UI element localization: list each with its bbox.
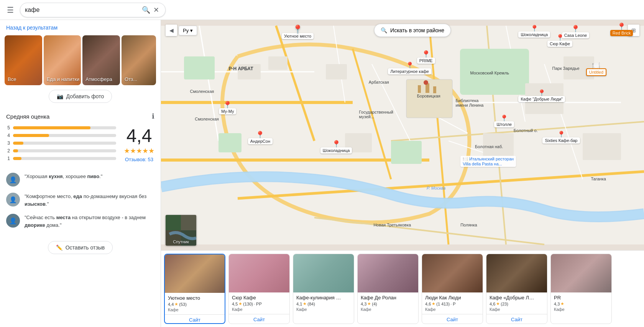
map-pin-shtoll[interactable]: 📍 Штолле xyxy=(494,114,514,127)
map-pin-redbrick[interactable]: 📍 Red Brick xyxy=(610,22,633,36)
place-meta-syr: 4,5 ★ (130) · РР xyxy=(232,301,286,306)
reviews-lkl: (1 413) xyxy=(436,302,450,306)
photo-thumb-atmosphere[interactable]: Атмосфера xyxy=(82,35,120,85)
search-button[interactable]: 🔍 xyxy=(140,4,152,16)
price-lkl: · Р xyxy=(450,302,455,306)
leave-review-button[interactable]: ✏️ Оставить отзыв xyxy=(48,241,113,254)
search-area-button[interactable]: 🔍 Искать в этом районе xyxy=(374,24,451,37)
map-area[interactable]: ◀ Ру ▾ 🔍 Искать в этом районе ⊞ 📍 xyxy=(161,20,644,250)
review-item-3: 👤 "Сейчас есть места на открытом воздухе… xyxy=(6,214,154,229)
place-card-syr[interactable]: Сюр Кафе 4,5 ★ (130) · РР Кафе Сайт xyxy=(228,254,290,324)
bar-track-3 xyxy=(13,142,116,145)
search-icon: 🔍 xyxy=(142,6,150,14)
star-icon-dobr2: ★ xyxy=(496,301,500,306)
pin-label-sixty: Sixties Кафе-бар xyxy=(542,137,580,144)
site-link-uyt[interactable]: Сайт xyxy=(189,317,200,323)
svg-rect-37 xyxy=(166,215,181,230)
svg-rect-25 xyxy=(268,56,288,70)
bar-track-1 xyxy=(13,157,116,160)
place-type-pr: Кафе xyxy=(554,307,608,312)
photo-label-all: Все xyxy=(8,76,16,82)
satellite-thumbnail[interactable]: Спутник xyxy=(166,215,196,246)
camera-icon: 📷 xyxy=(57,93,63,99)
star-icon-kul: ★ xyxy=(303,301,307,306)
review-item-2: 👤 "Комфортное место, еда по-домашнему вк… xyxy=(6,193,154,208)
satellite-label: Спутник xyxy=(166,239,196,244)
site-link-syr[interactable]: Сайт xyxy=(253,317,265,322)
add-photo-label: Добавить фото xyxy=(66,93,104,99)
place-card-pr[interactable]: PR 4,3 ★ Кафе xyxy=(550,254,612,324)
left-panel: Назад к результатам Все Еда и напитки Ат… xyxy=(0,20,161,327)
pin-label-mumu: Му-Му xyxy=(219,108,236,114)
photo-thumb-food[interactable]: Еда и напитки xyxy=(44,35,81,85)
place-card-image-uyt xyxy=(165,254,225,293)
star-icon-uyt: ★ xyxy=(174,302,178,307)
svg-rect-38 xyxy=(181,215,196,230)
info-icon[interactable]: ℹ xyxy=(152,112,154,121)
rating-section: Средняя оценка ℹ 5 4 xyxy=(0,109,161,170)
map-pin-uyt[interactable]: 📍 Уютное место xyxy=(282,25,314,39)
map-pin-anderson[interactable]: 📍 АндерСон xyxy=(248,130,273,144)
place-card-kul[interactable]: Кафе-кулинария … 4,1 ★ (84) Кафе xyxy=(293,254,354,324)
star-icon-syr: ★ xyxy=(238,301,242,306)
place-site-syr: Сайт xyxy=(229,314,289,324)
reviews-syr: (130) xyxy=(243,302,253,306)
place-meta-derol: 4,3 ★ (4) xyxy=(361,301,415,306)
place-site-lkl: Сайт xyxy=(422,314,483,324)
map-pin-choco1[interactable]: 📍 Шоколадница xyxy=(320,140,352,154)
back-link[interactable]: Назад к результатам xyxy=(0,20,161,35)
place-card-lkl[interactable]: Люди Как Люди 4,6 ★ (1 413) · Р Кафе Сай… xyxy=(422,254,483,324)
bar-label-4: 4 xyxy=(6,133,10,138)
rating-syr: 4,5 xyxy=(232,302,238,306)
hamburger-button[interactable]: ☰ xyxy=(5,3,16,17)
add-photo-button[interactable]: 📷 Добавить фото xyxy=(49,90,112,103)
star-icon-pr: ★ xyxy=(560,301,564,306)
bar-fill-2 xyxy=(13,149,18,152)
place-card-info-kul: Кафе-кулинария … 4,1 ★ (84) Кафе xyxy=(293,292,354,320)
photo-grid: Все Еда и напитки Атмосфера Отз... xyxy=(0,35,161,90)
svg-point-35 xyxy=(424,80,428,85)
map-back-arrow[interactable]: ◀ xyxy=(166,25,177,36)
photo-label-atmosphere: Атмосфера xyxy=(85,76,112,82)
right-side: ◀ Ру ▾ 🔍 Искать в этом районе ⊞ 📍 xyxy=(161,20,644,327)
svg-rect-28 xyxy=(483,133,514,156)
rating-kul: 4,1 xyxy=(296,302,302,306)
rating-bars: 5 4 3 xyxy=(6,125,116,164)
svg-rect-24 xyxy=(238,64,261,79)
site-link-dobr2[interactable]: Сайт xyxy=(511,317,522,322)
place-card-dobr2[interactable]: Кафе «Добрые Л… 4,6 ★ (23) Кафе Сайт xyxy=(486,254,547,324)
map-pin-untitled[interactable]: 🍽️ Untitled xyxy=(586,61,606,76)
pin-label-shtoll: Штолле xyxy=(494,121,514,127)
star-icon-lkl: ★ xyxy=(432,301,435,306)
place-meta-lkl: 4,6 ★ (1 413) · Р xyxy=(425,301,480,306)
map-pin-dobr[interactable]: 📍 Кафе "Добрые Люди" xyxy=(518,89,565,102)
search-input[interactable] xyxy=(25,7,140,13)
photo-thumb-other[interactable]: Отз... xyxy=(122,35,156,85)
review-text-2: "Комфортное место, еда по-домашнему вкус… xyxy=(25,193,154,208)
map-layer-button[interactable]: Ру ▾ xyxy=(179,26,197,35)
top-bar: ☰ 🔍 ✕ xyxy=(0,0,644,20)
map-pin-syr[interactable]: 📍 Сюр Кафе xyxy=(547,34,572,47)
reviews-dobr2: (23) xyxy=(501,302,508,306)
rating-pr: 4,3 xyxy=(554,302,560,306)
map-pin-lit[interactable]: 📍 Литературное кафе xyxy=(388,61,431,74)
bar-label-2: 2 xyxy=(6,148,10,154)
clear-button[interactable]: ✕ xyxy=(152,4,161,16)
place-card-derol[interactable]: Кафе Де Ролан 4,3 ★ (4) Кафе xyxy=(357,254,419,324)
rating-uyt: 4,4 xyxy=(168,302,174,307)
map-pin-choco2[interactable]: 📍 Шоколадница xyxy=(518,25,550,38)
map-nav-left: ◀ Ру ▾ xyxy=(166,25,197,36)
place-type-dobr2: Кафе xyxy=(490,307,544,312)
rating-count[interactable]: Отзывов: 53 xyxy=(124,157,154,162)
place-name-dobr2: Кафе «Добрые Л… xyxy=(490,295,544,301)
map-pin-mumu[interactable]: 📍 Му-Му xyxy=(219,101,236,114)
place-card-uyt[interactable]: Уютное место 4,4 ★ (53) Кафе Сайт xyxy=(164,254,225,324)
site-link-lkl[interactable]: Сайт xyxy=(447,317,458,322)
review-avatar-3: 👤 xyxy=(6,214,20,228)
map-pin-sixty[interactable]: 📍 Sixties Кафе-бар xyxy=(542,130,580,144)
place-site-dobr2: Сайт xyxy=(486,314,547,324)
place-meta-pr: 4,3 ★ xyxy=(554,301,608,306)
bar-fill-4 xyxy=(13,134,49,137)
photo-thumb-all[interactable]: Все xyxy=(5,35,42,85)
hamburger-icon: ☰ xyxy=(7,5,14,15)
